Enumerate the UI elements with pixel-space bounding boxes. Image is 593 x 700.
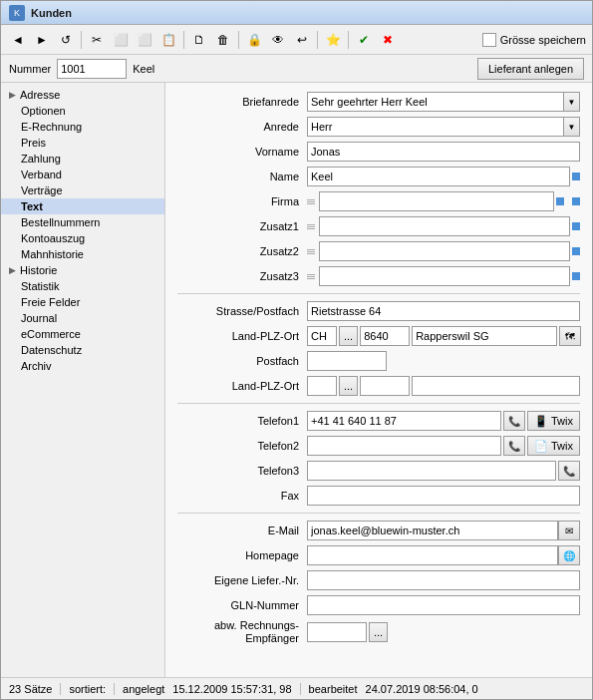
twix1-label: Twix: [551, 415, 573, 427]
sidebar-item-mahnhistorie[interactable]: Mahnhistorie: [1, 246, 164, 262]
groeße-checkbox[interactable]: [482, 33, 496, 47]
telefon2-input[interactable]: [307, 436, 501, 456]
save-button[interactable]: ✔: [353, 29, 375, 51]
telefon2-call-button[interactable]: 📞: [503, 436, 525, 456]
paste-button[interactable]: 📋: [157, 29, 179, 51]
zusatz1-input[interactable]: [319, 216, 570, 236]
map-button[interactable]: 🗺: [559, 326, 581, 346]
eigene-liefernr-input[interactable]: [307, 570, 580, 590]
email-group: ✉: [307, 521, 580, 540]
anrede-dropdown[interactable]: ▼: [564, 117, 580, 137]
firma-input[interactable]: [319, 191, 554, 211]
land-dots-button[interactable]: ...: [339, 326, 358, 346]
telefon1-call-button[interactable]: 📞: [503, 411, 525, 431]
bearbeitet-label: bearbeitet: [309, 683, 358, 695]
postfach-input[interactable]: [307, 351, 387, 371]
zusatz3-drag-handle: [307, 274, 315, 279]
separator1: [81, 31, 82, 49]
sidebar-item-vertraege[interactable]: Verträge: [1, 182, 164, 198]
status-bar: 23 Sätze sortiert: angelegt 15.12.2009 1…: [1, 677, 592, 699]
gln-input[interactable]: [307, 595, 580, 615]
sidebar-item-adresse[interactable]: ▶ Adresse: [1, 87, 164, 103]
sortiert-text: sortiert:: [69, 683, 106, 695]
sidebar-label-vertraege: Verträge: [21, 184, 63, 196]
sidebar-item-ecommerce[interactable]: eCommerce: [1, 326, 164, 342]
zusatz2-input[interactable]: [319, 241, 570, 261]
forward-button[interactable]: ►: [31, 29, 53, 51]
firma-drag-handle: [307, 199, 315, 204]
sidebar-item-zahlung[interactable]: Zahlung: [1, 151, 164, 167]
sidebar-item-statistik[interactable]: Statistik: [1, 278, 164, 294]
sidebar-item-journal[interactable]: Journal: [1, 310, 164, 326]
email-send-button[interactable]: ✉: [558, 521, 580, 540]
land-input[interactable]: [307, 326, 337, 346]
homepage-open-button[interactable]: 🌐: [558, 545, 580, 565]
divider2: [177, 403, 580, 404]
zusatz3-input[interactable]: [319, 266, 570, 286]
postfach-label: Postfach: [177, 355, 307, 367]
favorites-button[interactable]: ⭐: [322, 29, 344, 51]
telefon3-call-button[interactable]: 📞: [558, 461, 580, 481]
zusatz2-drag-handle: [307, 249, 315, 254]
sidebar-item-text[interactable]: Text: [1, 198, 164, 214]
plz2-input[interactable]: [360, 376, 410, 396]
sidebar-item-preis[interactable]: Preis: [1, 135, 164, 151]
undo-button[interactable]: ↩: [291, 29, 313, 51]
cut-button[interactable]: ✂: [86, 29, 108, 51]
new-button[interactable]: 🗋: [188, 29, 210, 51]
firma-label: Firma: [177, 195, 307, 207]
sidebar-item-verband[interactable]: Verband: [1, 167, 164, 182]
lock-button[interactable]: 🔒: [243, 29, 265, 51]
sidebar-item-archiv[interactable]: Archiv: [1, 358, 164, 374]
groeße-label: Grösse speichern: [500, 34, 586, 46]
copy2-button[interactable]: ⬜: [134, 29, 155, 51]
sidebar-item-optionen[interactable]: Optionen: [1, 103, 164, 119]
vorname-input[interactable]: [307, 142, 580, 162]
copy-button[interactable]: ⬜: [110, 29, 132, 51]
abw-dots-button[interactable]: ...: [369, 622, 388, 642]
homepage-input[interactable]: [307, 545, 558, 565]
fax-input[interactable]: [307, 486, 580, 506]
main-content: ▶ Adresse Optionen E-Rechnung Preis Zahl…: [1, 83, 592, 677]
delete-button[interactable]: 🗑: [212, 29, 234, 51]
ort2-input[interactable]: [412, 376, 580, 396]
close-button[interactable]: ✖: [377, 29, 399, 51]
abw-input[interactable]: [307, 622, 367, 642]
arrow-icon: ▶: [9, 90, 16, 100]
telefon3-group: 📞: [307, 461, 580, 481]
ort-input[interactable]: [412, 326, 557, 346]
anrede-input[interactable]: [307, 117, 564, 137]
telefon1-input[interactable]: [307, 411, 501, 431]
back-button[interactable]: ◄: [7, 29, 29, 51]
plz-input[interactable]: [360, 326, 410, 346]
sidebar-item-historie[interactable]: ▶ Historie: [1, 262, 164, 278]
email-label: E-Mail: [177, 525, 307, 536]
telefon1-twix-button[interactable]: 📱 Twix: [527, 411, 580, 431]
homepage-label: Homepage: [177, 549, 307, 561]
sidebar-item-datenschutz[interactable]: Datenschutz: [1, 342, 164, 358]
briefanrede-dropdown[interactable]: ▼: [564, 92, 580, 112]
strasse-input[interactable]: [307, 301, 580, 321]
sidebar-item-bestellnummern[interactable]: Bestellnummern: [1, 214, 164, 230]
anrede-label: Anrede: [177, 121, 307, 133]
sidebar-label-datenschutz: Datenschutz: [21, 344, 82, 356]
firma-marker2: [572, 197, 580, 205]
sidebar-item-freiefelder[interactable]: Freie Felder: [1, 294, 164, 310]
twix1-icon: 📱: [534, 415, 548, 428]
name-label: Name: [177, 171, 307, 182]
refresh-button[interactable]: ↺: [55, 29, 77, 51]
eye-button[interactable]: 👁: [267, 29, 289, 51]
briefanrede-input[interactable]: [307, 92, 564, 112]
sidebar-item-erechnung[interactable]: E-Rechnung: [1, 119, 164, 135]
twix2-label: Twix: [551, 440, 573, 452]
lieferant-button[interactable]: Lieferant anlegen: [477, 58, 584, 80]
email-input[interactable]: [307, 521, 558, 540]
nummer-input[interactable]: [57, 59, 127, 79]
sidebar-item-kontoauszug[interactable]: Kontoauszug: [1, 230, 164, 246]
land2-input[interactable]: [307, 376, 337, 396]
land-plz-group2: ...: [307, 376, 580, 396]
telefon2-twix-button[interactable]: 📄 Twix: [527, 436, 580, 456]
land2-dots-button[interactable]: ...: [339, 376, 358, 396]
name-input[interactable]: [307, 167, 570, 186]
telefon3-input[interactable]: [307, 461, 556, 481]
